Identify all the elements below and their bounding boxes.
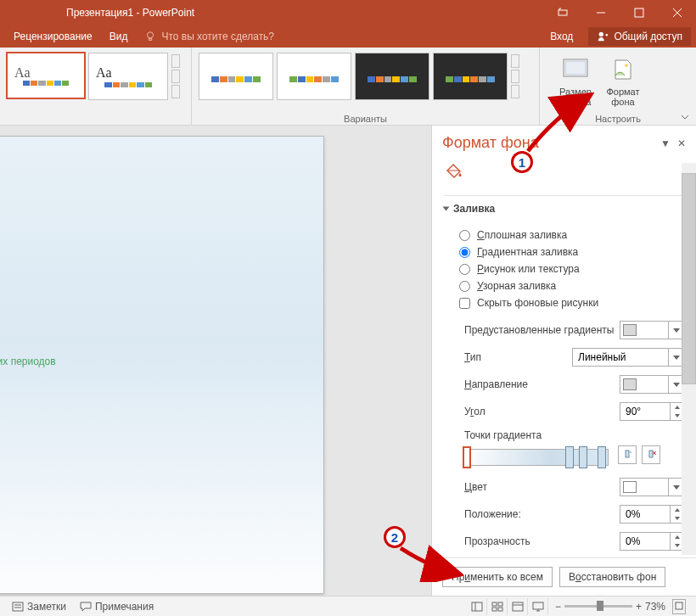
ribbon-label-setup: Настроить <box>540 114 696 124</box>
ribbon-options-icon[interactable] <box>543 0 581 25</box>
slide-canvas[interactable]: ологическаяшкала х геологических периодо… <box>0 126 431 596</box>
variant-3[interactable] <box>355 53 429 100</box>
label-picture-fill: Рисунок или текстура <box>477 263 580 275</box>
radio-picture-fill[interactable] <box>459 264 470 275</box>
view-reading-icon[interactable] <box>509 598 528 615</box>
pane-options-icon[interactable]: ▼ <box>660 137 671 149</box>
radio-pattern-fill[interactable] <box>459 281 470 292</box>
close-button[interactable] <box>658 0 696 25</box>
transparency-spinner[interactable]: 0% <box>620 532 684 551</box>
gallery-down[interactable] <box>171 70 180 83</box>
share-icon <box>597 31 609 42</box>
apply-all-button[interactable]: Применить ко всем <box>442 567 553 587</box>
comments-button[interactable]: Примечания <box>73 601 160 613</box>
fill-tab-icon[interactable] <box>442 160 696 185</box>
slide-size-button[interactable]: Размер слайда <box>552 54 599 107</box>
notes-button[interactable]: Заметки <box>5 601 73 613</box>
variant-more[interactable] <box>511 85 519 98</box>
slide[interactable]: ологическаяшкала х геологических периодо… <box>0 136 324 594</box>
label-preset: Предустановленные градиенты <box>464 324 620 336</box>
angle-spinner[interactable]: 90° <box>620 402 684 421</box>
label-direction: Направление <box>464 378 620 390</box>
svg-rect-22 <box>498 608 502 611</box>
fit-window-icon[interactable] <box>672 599 686 614</box>
collapse-ribbon-icon[interactable] <box>679 111 691 123</box>
view-slideshow-icon[interactable] <box>530 598 548 615</box>
label-hide-graphics: Скрыть фоновые рисунки <box>477 297 598 309</box>
svg-rect-2 <box>635 8 643 17</box>
svg-rect-25 <box>533 602 543 609</box>
svg-rect-20 <box>498 602 502 606</box>
direction-dropdown[interactable] <box>620 375 684 394</box>
bulb-icon <box>144 31 156 42</box>
layout-thumb-1[interactable]: Aa <box>6 52 86 99</box>
slide-title[interactable]: ологическаяшкала <box>0 188 323 292</box>
gallery-up[interactable] <box>171 54 180 68</box>
view-normal-icon[interactable] <box>469 598 487 615</box>
pane-scrollbar[interactable] <box>682 163 696 555</box>
format-background-button[interactable]: Формат фона <box>599 54 647 107</box>
svg-rect-11 <box>649 451 653 457</box>
position-spinner[interactable]: 0% <box>620 505 684 524</box>
svg-rect-17 <box>472 602 482 611</box>
remove-stop-button[interactable] <box>642 445 660 464</box>
gradient-stops-bar[interactable] <box>464 449 609 466</box>
add-stop-button[interactable] <box>618 445 637 464</box>
svg-rect-23 <box>513 602 523 611</box>
layout-thumb-2[interactable]: Aa <box>88 53 168 100</box>
zoom-value[interactable]: 73% <box>645 601 665 613</box>
zoom-in-button[interactable]: + <box>636 601 642 613</box>
svg-rect-10 <box>626 451 629 457</box>
zoom-slider[interactable] <box>564 605 632 608</box>
label-type: Тип <box>464 351 572 363</box>
window-title: Презентация1 - PowerPoint <box>66 7 194 19</box>
label-gradient-fill: Градиентная заливка <box>477 246 578 258</box>
variant-up[interactable] <box>511 54 519 68</box>
label-transparency: Прозрачность <box>464 535 620 547</box>
variant-4[interactable] <box>433 53 508 100</box>
label-angle: Угол <box>464 406 620 417</box>
svg-point-6 <box>599 31 603 36</box>
label-pattern-fill: Узорная заливка <box>477 280 556 292</box>
tab-review[interactable]: Рецензирование <box>5 25 101 48</box>
type-dropdown[interactable]: Линейный <box>572 348 684 367</box>
minimize-button[interactable] <box>581 0 620 25</box>
tab-view[interactable]: Вид <box>101 25 137 48</box>
svg-rect-0 <box>558 10 567 15</box>
svg-point-9 <box>625 64 628 67</box>
svg-rect-26 <box>676 602 682 609</box>
checkbox-hide-graphics[interactable] <box>459 298 470 309</box>
pane-close-icon[interactable]: ✕ <box>677 137 686 149</box>
svg-rect-21 <box>492 608 497 611</box>
svg-rect-8 <box>565 61 586 75</box>
zoom-out-button[interactable]: − <box>555 601 561 613</box>
variant-2[interactable] <box>277 53 351 100</box>
view-sorter-icon[interactable] <box>489 598 508 615</box>
reset-background-button[interactable]: Восстановить фон <box>559 567 665 587</box>
share-button[interactable]: Общий доступ <box>588 27 691 46</box>
slide-subtitle[interactable]: х геологических периодоввития Земли <box>0 344 323 397</box>
aa-icon: Aa <box>14 65 31 81</box>
format-background-pane: Формат фона ▼ ✕ Заливка Сплошная заливка… <box>431 126 696 596</box>
color-dropdown[interactable] <box>620 478 684 496</box>
gallery-more[interactable] <box>171 85 180 98</box>
signin-button[interactable]: Вход <box>542 25 581 48</box>
svg-point-5 <box>148 31 154 37</box>
fill-section-header[interactable]: Заливка <box>444 195 684 221</box>
label-color: Цвет <box>464 481 620 493</box>
variant-down[interactable] <box>511 70 519 83</box>
variant-1[interactable] <box>199 53 273 100</box>
svg-rect-14 <box>13 602 23 611</box>
pane-title: Формат фона <box>442 134 539 152</box>
preset-dropdown[interactable] <box>620 321 684 339</box>
svg-rect-19 <box>492 602 497 606</box>
radio-gradient-fill[interactable] <box>459 247 470 258</box>
label-position: Положение: <box>464 508 620 520</box>
radio-solid-fill[interactable] <box>459 230 470 241</box>
aa-icon: Aa <box>96 65 112 81</box>
ribbon-label-variants: Варианты <box>192 114 539 124</box>
label-solid-fill: Сплошная заливка <box>477 229 567 241</box>
label-stops: Точки градиента <box>464 429 684 441</box>
tell-me-input[interactable]: Что вы хотите сделать? <box>136 31 283 42</box>
maximize-button[interactable] <box>620 0 658 25</box>
